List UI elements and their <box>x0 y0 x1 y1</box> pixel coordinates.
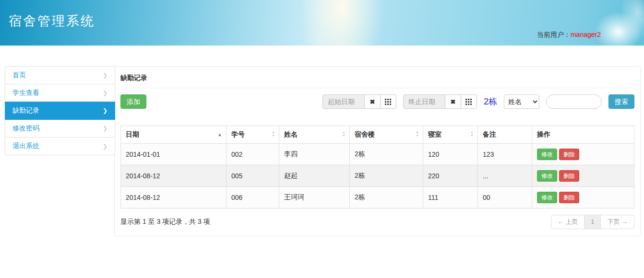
column-header-student-id[interactable]: 学号 ▲▼ <box>227 126 279 144</box>
column-header-remark: 备注 <box>478 126 532 144</box>
pagination-next-button[interactable]: 下页 → <box>600 215 634 229</box>
cell-room: 120 <box>423 144 478 165</box>
cell-room: 220 <box>423 165 478 187</box>
start-date-group: ✖ <box>322 94 396 109</box>
pagination-page-1-button[interactable]: 1 <box>584 215 601 229</box>
edit-button[interactable]: 修改 <box>537 192 557 203</box>
sort-both-icon: ▲▼ <box>416 130 419 137</box>
sidebar-item-label: 修改密码 <box>12 124 39 132</box>
column-header-room[interactable]: 寝室 ▲▼ <box>423 126 478 144</box>
chevron-right-icon: ❯ <box>103 71 107 80</box>
chevron-right-icon: ❯ <box>103 106 107 115</box>
page-title: 缺勤记录 <box>120 72 634 88</box>
chevron-right-icon: ❯ <box>103 124 107 133</box>
app-header: 宿舍管理系统 当前用户：manager2 <box>0 0 644 46</box>
sort-asc-icon: ▲ <box>217 132 222 137</box>
clear-x-icon: ✖ <box>451 98 456 105</box>
column-header-name[interactable]: 姓名 ▲▼ <box>279 126 350 144</box>
cell-name: 王珂珂 <box>279 187 350 208</box>
sort-both-icon: ▲▼ <box>342 130 346 137</box>
cell-student-id: 005 <box>227 165 279 187</box>
delete-button[interactable]: 删除 <box>559 170 579 182</box>
cell-room: 111 <box>423 187 478 208</box>
building-link[interactable]: 2栋 <box>484 96 497 107</box>
cell-student-id: 002 <box>227 144 279 165</box>
cell-actions: 修改删除 <box>532 165 634 187</box>
sidebar-item-student-view[interactable]: 学生查看 ❯ <box>5 84 115 102</box>
end-date-clear-button[interactable]: ✖ <box>445 94 461 109</box>
cell-name: 李四 <box>279 144 350 165</box>
delete-button[interactable]: 删除 <box>559 149 579 160</box>
cell-name: 赵起 <box>279 165 350 187</box>
clear-x-icon: ✖ <box>370 98 375 105</box>
table-header-row: 日期 ▲ 学号 ▲▼ 姓名 ▲▼ 宿舍楼 ▲▼ <box>121 126 634 144</box>
sidebar-item-home[interactable]: 首页 ❯ <box>5 66 115 84</box>
start-date-input[interactable] <box>322 94 365 109</box>
sidebar-item-label: 缺勤记录 <box>12 106 39 114</box>
table-row: 2014-08-12 005 赵起 2栋 220 ... 修改删除 <box>121 165 634 187</box>
end-date-group: ✖ <box>403 94 477 109</box>
cell-date: 2014-08-12 <box>121 187 227 208</box>
end-date-calendar-button[interactable] <box>461 94 477 109</box>
current-user-name: manager2 <box>571 31 601 38</box>
sidebar-item-label: 学生查看 <box>12 89 39 96</box>
sidebar-item-label: 退出系统 <box>12 142 39 150</box>
cell-building: 2栋 <box>350 165 423 187</box>
main-panel: 缺勤记录 添加 ✖ ✖ 2栋 姓名 <box>114 66 641 236</box>
chevron-right-icon: ❯ <box>103 89 107 97</box>
table-row: 2014-08-12 006 王珂珂 2栋 111 00 修改删除 <box>121 187 634 208</box>
sort-both-icon: ▲▼ <box>470 130 474 137</box>
toolbar: 添加 ✖ ✖ 2栋 姓名 搜索 <box>120 94 634 109</box>
pagination-prev-button[interactable]: ← 上页 <box>551 215 585 229</box>
cell-building: 2栋 <box>350 144 423 165</box>
app-title: 宿舍管理系统 <box>9 12 95 30</box>
calendar-grid-icon <box>465 99 467 100</box>
start-date-clear-button[interactable]: ✖ <box>364 94 381 109</box>
filter-field-select[interactable]: 姓名 <box>504 94 539 109</box>
cell-remark: ... <box>478 165 532 187</box>
delete-button[interactable]: 删除 <box>559 192 579 203</box>
search-input[interactable] <box>546 94 602 109</box>
table-row: 2014-01-01 002 李四 2栋 120 123 修改删除 <box>121 144 634 165</box>
sidebar-item-change-password[interactable]: 修改密码 ❯ <box>5 119 115 138</box>
sidebar-item-logout[interactable]: 退出系统 ❯ <box>5 137 115 155</box>
start-date-calendar-button[interactable] <box>380 94 396 109</box>
current-user-label: 当前用户： <box>537 31 571 38</box>
cell-date: 2014-01-01 <box>121 144 227 165</box>
cell-actions: 修改删除 <box>532 187 634 208</box>
edit-button[interactable]: 修改 <box>537 170 557 182</box>
title-divider <box>120 88 634 88</box>
pagination: ← 上页 1 下页 → <box>551 215 634 229</box>
cell-date: 2014-08-12 <box>121 165 227 187</box>
calendar-grid-icon <box>385 99 386 100</box>
cell-building: 2栋 <box>350 187 423 208</box>
toolbar-filters: ✖ ✖ 2栋 姓名 搜索 <box>322 94 634 109</box>
sidebar-item-label: 首页 <box>12 71 26 79</box>
add-button[interactable]: 添加 <box>120 94 146 109</box>
sort-both-icon: ▲▼ <box>272 130 275 137</box>
sidebar-nav: 首页 ❯ 学生查看 ❯ 缺勤记录 ❯ 修改密码 ❯ 退出系统 ❯ <box>5 66 115 155</box>
current-user-box: 当前用户：manager2 <box>537 31 601 39</box>
absence-records-table: 日期 ▲ 学号 ▲▼ 姓名 ▲▼ 宿舍楼 ▲▼ <box>120 126 634 208</box>
search-button[interactable]: 搜索 <box>608 94 634 109</box>
cell-remark: 00 <box>478 187 532 208</box>
sidebar-item-absence-records[interactable]: 缺勤记录 ❯ <box>5 102 115 120</box>
edit-button[interactable]: 修改 <box>537 149 557 160</box>
records-info-text: 显示第 1 至 3 项记录，共 3 项 <box>120 218 210 226</box>
cell-actions: 修改删除 <box>532 144 634 165</box>
end-date-input[interactable] <box>403 94 445 109</box>
column-header-date[interactable]: 日期 ▲ <box>121 126 227 144</box>
cell-remark: 123 <box>478 144 532 165</box>
column-header-building[interactable]: 宿舍楼 ▲▼ <box>350 126 423 144</box>
column-header-actions: 操作 <box>532 126 634 144</box>
chevron-right-icon: ❯ <box>103 142 107 151</box>
table-footer: 显示第 1 至 3 项记录，共 3 项 ← 上页 1 下页 → <box>120 215 634 229</box>
content-area: 首页 ❯ 学生查看 ❯ 缺勤记录 ❯ 修改密码 ❯ 退出系统 ❯ 缺勤记录 添加 <box>5 66 641 236</box>
cell-student-id: 006 <box>227 187 279 208</box>
